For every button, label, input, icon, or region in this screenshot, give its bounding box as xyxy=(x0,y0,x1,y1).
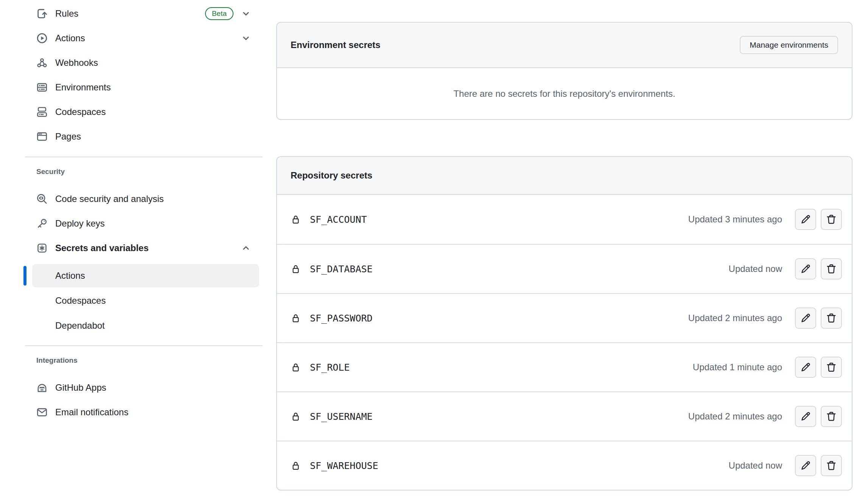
lock-icon xyxy=(291,362,301,373)
secret-updated-at: Updated 2 minutes ago xyxy=(688,313,782,323)
sidebar-item-code-security[interactable]: Code security and analysis xyxy=(23,186,265,211)
pencil-icon xyxy=(800,460,811,471)
sidebar-item-webhooks[interactable]: Webhooks xyxy=(23,50,265,75)
webhook-icon xyxy=(36,57,48,68)
pencil-icon xyxy=(800,411,811,422)
environment-secrets-header: Environment secrets Manage environments xyxy=(277,23,852,68)
panel-title: Environment secrets xyxy=(291,40,380,50)
delete-secret-button[interactable] xyxy=(821,258,842,280)
sidebar-item-pages[interactable]: Pages xyxy=(23,124,265,149)
edit-secret-button[interactable] xyxy=(795,406,816,427)
repository-secrets-panel: Repository secrets SF_ACCOUNT Updated 3 … xyxy=(276,156,852,491)
secret-updated-at: Updated now xyxy=(729,460,782,471)
sidebar-item-deploy-keys[interactable]: Deploy keys xyxy=(23,211,265,236)
panel-title: Repository secrets xyxy=(291,170,372,181)
sidebar-item-label: Code security and analysis xyxy=(55,194,164,204)
lock-icon xyxy=(291,411,301,422)
mail-icon xyxy=(36,407,48,418)
codespaces-icon xyxy=(36,106,48,118)
secret-row: SF_DATABASE Updated now xyxy=(277,244,852,293)
lock-icon xyxy=(291,313,301,323)
chevron-down-icon[interactable] xyxy=(241,33,251,43)
edit-secret-button[interactable] xyxy=(795,209,816,230)
sidebar-subitem-actions[interactable]: Actions xyxy=(32,264,259,287)
sidebar-item-label: Environments xyxy=(55,82,111,93)
sidebar-subitem-codespaces[interactable]: Codespaces xyxy=(32,289,259,312)
key-icon xyxy=(36,218,48,229)
delete-secret-button[interactable] xyxy=(821,209,842,230)
beta-badge: Beta xyxy=(205,7,233,20)
trash-icon xyxy=(826,214,837,225)
trash-icon xyxy=(826,362,837,373)
lock-icon xyxy=(291,214,301,225)
sidebar-item-label: Email notifications xyxy=(55,407,128,418)
sidebar-section-integrations-label: Integrations xyxy=(23,346,265,369)
browser-icon xyxy=(36,131,48,142)
repository-secrets-header: Repository secrets xyxy=(277,157,852,195)
sub-item-label: Codespaces xyxy=(55,295,106,306)
secret-name: SF_WAREHOUSE xyxy=(310,460,378,471)
sidebar-item-email-notifications[interactable]: Email notifications xyxy=(23,400,265,424)
sidebar-item-label: Pages xyxy=(55,131,81,142)
edit-secret-button[interactable] xyxy=(795,258,816,280)
secrets-sub-list: Actions Codespaces Dependabot xyxy=(23,264,265,337)
rules-icon xyxy=(36,8,48,19)
sidebar-item-secrets-and-variables[interactable]: Secrets and variables xyxy=(23,236,265,260)
edit-secret-button[interactable] xyxy=(795,357,816,378)
delete-secret-button[interactable] xyxy=(821,357,842,378)
secret-row: SF_ROLE Updated 1 minute ago xyxy=(277,342,852,391)
sidebar-item-label: GitHub Apps xyxy=(55,382,106,393)
edit-secret-button[interactable] xyxy=(795,455,816,476)
secret-updated-at: Updated 2 minutes ago xyxy=(688,411,782,422)
sidebar-section-security-label: Security xyxy=(23,157,265,180)
secret-name: SF_USERNAME xyxy=(310,411,373,422)
hubot-icon xyxy=(36,382,48,393)
secret-name: SF_PASSWORD xyxy=(310,313,373,324)
sub-item-label: Dependabot xyxy=(55,320,105,331)
sidebar-item-label: Rules xyxy=(55,8,78,19)
sidebar-item-label: Deploy keys xyxy=(55,218,105,229)
secret-updated-at: Updated 3 minutes ago xyxy=(688,214,782,225)
edit-secret-button[interactable] xyxy=(795,307,816,329)
secret-row: SF_WAREHOUSE Updated now xyxy=(277,441,852,490)
code-search-icon xyxy=(36,193,48,205)
sidebar-item-rules[interactable]: Rules Beta xyxy=(23,1,265,26)
pencil-icon xyxy=(800,312,811,324)
pencil-icon xyxy=(800,263,811,275)
sidebar-item-codespaces[interactable]: Codespaces xyxy=(23,99,265,124)
sidebar-item-label: Webhooks xyxy=(55,57,98,68)
delete-secret-button[interactable] xyxy=(821,307,842,329)
secret-updated-at: Updated 1 minute ago xyxy=(693,362,782,373)
sidebar-item-actions[interactable]: Actions xyxy=(23,26,265,50)
delete-secret-button[interactable] xyxy=(821,455,842,476)
delete-secret-button[interactable] xyxy=(821,406,842,427)
sidebar-item-label: Secrets and variables xyxy=(55,243,149,253)
sidebar-item-github-apps[interactable]: GitHub Apps xyxy=(23,375,265,400)
secret-row: SF_USERNAME Updated 2 minutes ago xyxy=(277,391,852,441)
chevron-down-icon[interactable] xyxy=(241,9,251,19)
secret-row: SF_PASSWORD Updated 2 minutes ago xyxy=(277,293,852,342)
lock-icon xyxy=(291,461,301,471)
pencil-icon xyxy=(800,214,811,225)
sidebar-item-environments[interactable]: Environments xyxy=(23,75,265,99)
asterisk-box-icon xyxy=(36,242,48,254)
secret-name: SF_ROLE xyxy=(310,362,350,373)
trash-icon xyxy=(826,312,837,324)
sidebar-item-label: Actions xyxy=(55,33,85,43)
chevron-up-icon[interactable] xyxy=(241,243,251,253)
secret-name: SF_ACCOUNT xyxy=(310,214,367,225)
sidebar-item-label: Codespaces xyxy=(55,107,106,117)
environment-secrets-panel: Environment secrets Manage environments … xyxy=(276,22,852,120)
settings-sidebar: Rules Beta Actions Webhooks Environments… xyxy=(23,1,265,424)
pencil-icon xyxy=(800,362,811,373)
lock-icon xyxy=(291,264,301,274)
sidebar-subitem-dependabot[interactable]: Dependabot xyxy=(32,314,259,337)
server-icon xyxy=(36,82,48,93)
sub-item-label: Actions xyxy=(55,270,85,281)
trash-icon xyxy=(826,263,837,275)
trash-icon xyxy=(826,411,837,422)
secret-name: SF_DATABASE xyxy=(310,264,373,275)
manage-environments-button[interactable]: Manage environments xyxy=(740,36,838,54)
empty-state-text: There are no secrets for this repository… xyxy=(453,89,675,99)
play-icon xyxy=(36,33,48,44)
